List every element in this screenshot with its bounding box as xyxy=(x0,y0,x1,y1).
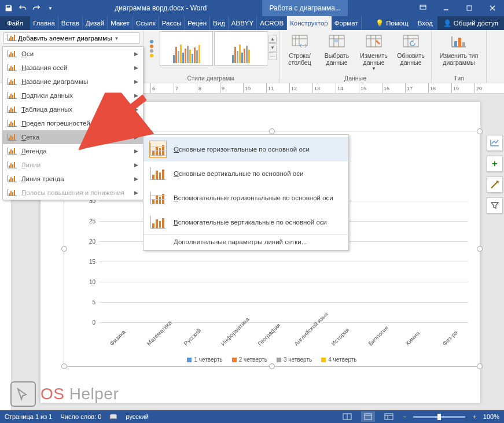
chart-styles-button[interactable]: + xyxy=(487,156,503,172)
chevron-right-icon: ▶ xyxy=(134,190,138,196)
chart-x-labels: ФизикаМатематикаРусскийИнформатикаГеогра… xyxy=(99,318,468,345)
select-data-button[interactable]: Выбрать данные xyxy=(319,31,355,66)
tab-mailings[interactable]: Рассы xyxy=(159,16,185,30)
proofing-icon[interactable]: 📖 xyxy=(109,413,117,421)
tab-layout[interactable]: Макет xyxy=(108,16,133,30)
tab-design[interactable]: Дизай xyxy=(83,16,108,30)
menu-item-label: Оси xyxy=(21,50,34,57)
qat-dropdown-icon[interactable]: ▼ xyxy=(44,2,57,14)
tab-home[interactable]: Главна xyxy=(30,16,58,30)
submenu-item[interactable]: Вспомогательные горизонтальные по основн… xyxy=(144,186,348,210)
resize-handle[interactable] xyxy=(477,363,483,369)
resize-handle[interactable] xyxy=(61,246,67,252)
tab-abbyy[interactable]: ABBYY xyxy=(229,16,257,30)
tab-acrobat[interactable]: ACROB xyxy=(257,16,287,30)
chart-legend: 1 четверть2 четверть3 четверть4 четверть xyxy=(64,356,480,363)
chart-filter-funnel-button[interactable] xyxy=(487,197,503,214)
word-count[interactable]: Число слов: 0 xyxy=(60,413,101,420)
refresh-icon xyxy=(402,32,420,51)
change-chart-type-button[interactable]: Изменить тип диаграммы xyxy=(434,31,484,66)
resize-handle[interactable] xyxy=(477,246,483,252)
menu-item[interactable]: Предел погрешностей▶ xyxy=(3,116,143,130)
tab-chart-design[interactable]: Конструктор xyxy=(287,16,332,30)
tab-insert[interactable]: Встав xyxy=(58,16,83,30)
tab-view[interactable]: Вид xyxy=(210,16,229,30)
gridlines-icon xyxy=(149,141,167,158)
web-layout-icon[interactable] xyxy=(382,411,396,422)
svg-rect-11 xyxy=(365,414,371,420)
menu-item-label: Подписи данных xyxy=(21,92,73,99)
gridlines-submenu: Основные горизонтальные по основной осиО… xyxy=(143,134,349,251)
menu-item-label: Линии xyxy=(21,161,41,168)
minimize-icon[interactable] xyxy=(435,0,458,16)
menu-item-label: Легенда xyxy=(21,148,47,155)
switch-rc-icon xyxy=(290,32,309,51)
chart-submenu-icon xyxy=(8,188,17,197)
menu-item[interactable]: Легенда▶ xyxy=(3,144,143,158)
save-icon[interactable] xyxy=(2,2,15,14)
ribbon-tabs: Файл Главна Встав Дизай Макет Ссылк Расс… xyxy=(0,16,504,30)
resize-handle[interactable] xyxy=(269,363,275,369)
chevron-right-icon: ▶ xyxy=(134,162,138,168)
resize-handle[interactable] xyxy=(477,128,483,134)
styles-gallery-expand[interactable]: ▲ ▼ ⋯ xyxy=(268,31,277,60)
chevron-right-icon: ▶ xyxy=(134,106,138,112)
sign-in[interactable]: Вход xyxy=(413,16,437,30)
menu-item[interactable]: Таблица данных▶ xyxy=(3,102,143,116)
zoom-in-icon[interactable]: + xyxy=(472,413,476,420)
close-icon[interactable] xyxy=(481,0,504,16)
language-indicator[interactable]: русский xyxy=(126,413,148,420)
ribbon-options-icon[interactable] xyxy=(411,0,435,16)
page-indicator[interactable]: Страница 1 из 1 xyxy=(5,413,52,420)
share-button[interactable]: 👤Общий доступ xyxy=(437,16,504,30)
redo-icon[interactable] xyxy=(30,2,43,14)
chart-submenu-icon xyxy=(8,91,17,100)
menu-item[interactable]: Названия осей▶ xyxy=(3,61,143,75)
tell-me[interactable]: 💡Помощ xyxy=(371,16,413,30)
chart-submenu-icon xyxy=(8,160,17,170)
submenu-item[interactable]: Вспомогательные вертикальные по основной… xyxy=(144,210,348,234)
svg-rect-7 xyxy=(454,41,457,47)
tab-chart-format[interactable]: Формат xyxy=(332,16,362,30)
tab-file[interactable]: Файл xyxy=(0,16,30,30)
zoom-slider[interactable] xyxy=(413,416,465,418)
chart-style-2[interactable] xyxy=(214,31,267,66)
chevron-right-icon: ▶ xyxy=(134,148,138,154)
zoom-level[interactable]: 100% xyxy=(483,413,499,420)
print-layout-icon[interactable] xyxy=(361,411,375,422)
menu-item[interactable]: Подписи данных▶ xyxy=(3,89,143,102)
submenu-item[interactable]: Основные вертикальные по основной оси xyxy=(144,161,348,186)
more-gridline-options[interactable]: Дополнительные параметры линий сетки... xyxy=(144,234,348,248)
chart-style-1[interactable] xyxy=(160,31,213,66)
menu-item-label: Название диаграммы xyxy=(21,78,88,85)
maximize-icon[interactable] xyxy=(458,0,481,16)
menu-item[interactable]: Сетка▶ xyxy=(3,130,143,144)
svg-rect-5 xyxy=(366,35,381,47)
edit-data-icon xyxy=(365,32,383,51)
status-bar: Страница 1 из 1 Число слов: 0 📖 русский … xyxy=(0,410,504,423)
menu-item-label: Полосы повышения и понижения xyxy=(21,189,124,196)
resize-handle[interactable] xyxy=(269,128,275,134)
read-mode-icon[interactable] xyxy=(340,411,354,422)
switch-row-column-button[interactable]: Строка/столбец xyxy=(282,31,318,66)
svg-rect-9 xyxy=(462,42,465,47)
document-title: диаграмма ворд.docx - Word xyxy=(59,4,262,12)
watermark-text2: Helper xyxy=(69,385,119,403)
menu-item[interactable]: Оси▶ xyxy=(3,47,143,61)
chart-elements-button[interactable] xyxy=(487,135,503,151)
menu-item[interactable]: Линия тренда▶ xyxy=(3,172,143,186)
tab-review[interactable]: Рецен xyxy=(185,16,210,30)
refresh-data-button[interactable]: Обновить данные xyxy=(393,31,429,66)
undo-icon[interactable] xyxy=(16,2,29,14)
submenu-label: Основные горизонтальные по основной оси xyxy=(174,146,310,153)
chart-colors-button[interactable] xyxy=(145,31,159,66)
submenu-item[interactable]: Основные горизонтальные по основной оси xyxy=(144,137,348,161)
resize-handle[interactable] xyxy=(61,363,67,369)
submenu-label: Вспомогательные вертикальные по основной… xyxy=(174,219,327,226)
tab-references[interactable]: Ссылк xyxy=(133,16,159,30)
edit-data-button[interactable]: Изменить данные▼ xyxy=(356,31,392,71)
chart-filters-button[interactable] xyxy=(487,176,503,193)
add-chart-element-button[interactable]: Добавить элемент диаграммы ▼ xyxy=(3,32,139,44)
zoom-out-icon[interactable]: − xyxy=(403,413,406,420)
menu-item[interactable]: Название диаграммы▶ xyxy=(3,75,143,89)
